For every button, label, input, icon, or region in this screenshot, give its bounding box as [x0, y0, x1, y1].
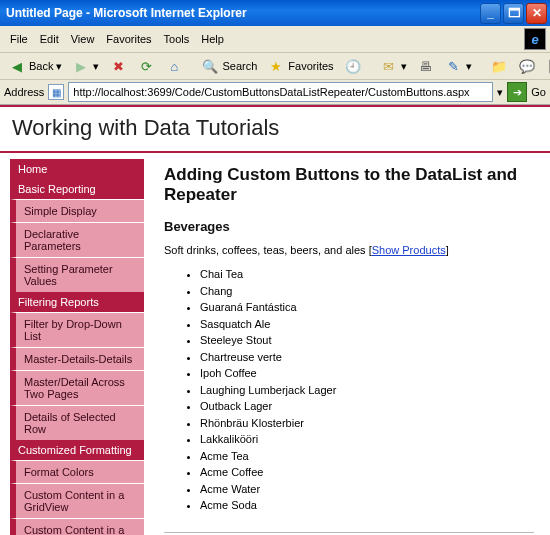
list-item: Acme Soda [200, 497, 534, 514]
stop-button[interactable]: ✖ [105, 55, 131, 77]
mail-icon: ✉ [380, 57, 398, 75]
forward-button[interactable]: ▶▾ [68, 55, 103, 77]
favorites-button[interactable]: ★Favorites [263, 55, 337, 77]
section-desc: Soft drinks, coffees, teas, beers, and a… [164, 244, 534, 256]
list-item: Chartreuse verte [200, 349, 534, 366]
list-item: Rhönbräu Klosterbier [200, 415, 534, 432]
discuss-icon: 💬 [518, 57, 536, 75]
mail-button[interactable]: ✉▾ [376, 55, 411, 77]
history-button[interactable]: 🕘 [340, 55, 366, 77]
sidebar-item[interactable]: Details of Selected Row [10, 405, 144, 440]
list-item: Guaraná Fantástica [200, 299, 534, 316]
research-icon: 📘 [546, 57, 550, 75]
divider [164, 532, 534, 533]
show-products-link[interactable]: Show Products [372, 244, 446, 256]
list-item: Acme Tea [200, 448, 534, 465]
list-item: Steeleye Stout [200, 332, 534, 349]
sidebar-section[interactable]: Home [10, 159, 144, 179]
minimize-button[interactable]: _ [480, 3, 501, 24]
folder-icon: 📁 [490, 57, 508, 75]
maximize-button[interactable]: 🗖 [503, 3, 524, 24]
sidebar-item[interactable]: Master/Detail Across Two Pages [10, 370, 144, 405]
close-button[interactable]: ✕ [526, 3, 547, 24]
dropdown-icon: ▾ [466, 60, 472, 73]
list-item: Outback Lager [200, 398, 534, 415]
sidebar-item[interactable]: Simple Display [10, 199, 144, 222]
toolbar: ◀Back▾ ▶▾ ✖ ⟳ ⌂ 🔍Search ★Favorites 🕘 ✉▾ … [0, 53, 550, 80]
content-heading: Adding Custom Buttons to the DataList an… [164, 165, 534, 205]
sidebar-item[interactable]: Setting Parameter Values [10, 257, 144, 292]
page-title: Working with Data Tutorials [0, 107, 550, 153]
forward-icon: ▶ [72, 57, 90, 75]
section-title: Beverages [164, 219, 534, 234]
menu-bar: File Edit View Favorites Tools Help e [0, 26, 550, 53]
dropdown-icon: ▾ [401, 60, 407, 73]
dropdown-icon: ▾ [56, 60, 62, 73]
page-icon: ▦ [48, 84, 64, 100]
list-item: Chang [200, 283, 534, 300]
list-item: Sasquatch Ale [200, 316, 534, 333]
search-icon: 🔍 [201, 57, 219, 75]
sidebar-item[interactable]: Declarative Parameters [10, 222, 144, 257]
extra-button-1[interactable]: 📁 [486, 55, 512, 77]
back-button[interactable]: ◀Back▾ [4, 55, 66, 77]
product-list: Chai TeaChangGuaraná FantásticaSasquatch… [200, 266, 534, 514]
refresh-button[interactable]: ⟳ [133, 55, 159, 77]
menu-view[interactable]: View [65, 31, 101, 47]
star-icon: ★ [267, 57, 285, 75]
menu-edit[interactable]: Edit [34, 31, 65, 47]
address-input[interactable] [68, 82, 493, 102]
search-button[interactable]: 🔍Search [197, 55, 261, 77]
print-icon: 🖶 [417, 57, 435, 75]
ie-logo-icon: e [524, 28, 546, 50]
history-icon: 🕘 [344, 57, 362, 75]
list-item: Acme Coffee [200, 464, 534, 481]
home-icon: ⌂ [165, 57, 183, 75]
sidebar-nav: HomeBasic ReportingSimple DisplayDeclara… [0, 153, 144, 535]
stop-icon: ✖ [109, 57, 127, 75]
edit-button[interactable]: ✎▾ [441, 55, 476, 77]
sidebar-item[interactable]: Custom Content in a GridView [10, 483, 144, 518]
dropdown-icon: ▾ [93, 60, 99, 73]
go-button[interactable]: ➔ [507, 82, 527, 102]
list-item: Lakkalikööri [200, 431, 534, 448]
sidebar-section[interactable]: Customized Formatting [10, 440, 144, 460]
dropdown-icon[interactable]: ▾ [497, 86, 503, 99]
home-button[interactable]: ⌂ [161, 55, 187, 77]
menu-tools[interactable]: Tools [158, 31, 196, 47]
extra-button-2[interactable]: 💬 [514, 55, 540, 77]
print-button[interactable]: 🖶 [413, 55, 439, 77]
browser-viewport[interactable]: Working with Data Tutorials HomeBasic Re… [0, 105, 550, 535]
edit-icon: ✎ [445, 57, 463, 75]
list-item: Laughing Lumberjack Lager [200, 382, 534, 399]
sidebar-item[interactable]: Master-Details-Details [10, 347, 144, 370]
sidebar-item[interactable]: Custom Content in a DetailsView [10, 518, 144, 535]
menu-favorites[interactable]: Favorites [100, 31, 157, 47]
sidebar-item[interactable]: Filter by Drop-Down List [10, 312, 144, 347]
address-bar: Address ▦ ▾ ➔ Go [0, 80, 550, 105]
window-titlebar: Untitled Page - Microsoft Internet Explo… [0, 0, 550, 26]
sidebar-section[interactable]: Basic Reporting [10, 179, 144, 199]
address-label: Address [4, 86, 44, 98]
list-item: Chai Tea [200, 266, 534, 283]
sidebar-item[interactable]: Format Colors [10, 460, 144, 483]
go-label: Go [531, 86, 546, 98]
refresh-icon: ⟳ [137, 57, 155, 75]
list-item: Ipoh Coffee [200, 365, 534, 382]
back-icon: ◀ [8, 57, 26, 75]
menu-help[interactable]: Help [195, 31, 230, 47]
content-area: Adding Custom Buttons to the DataList an… [144, 153, 550, 535]
list-item: Acme Water [200, 481, 534, 498]
window-title: Untitled Page - Microsoft Internet Explo… [6, 6, 478, 20]
sidebar-section[interactable]: Filtering Reports [10, 292, 144, 312]
menu-file[interactable]: File [4, 31, 34, 47]
extra-button-3[interactable]: 📘 [542, 55, 550, 77]
